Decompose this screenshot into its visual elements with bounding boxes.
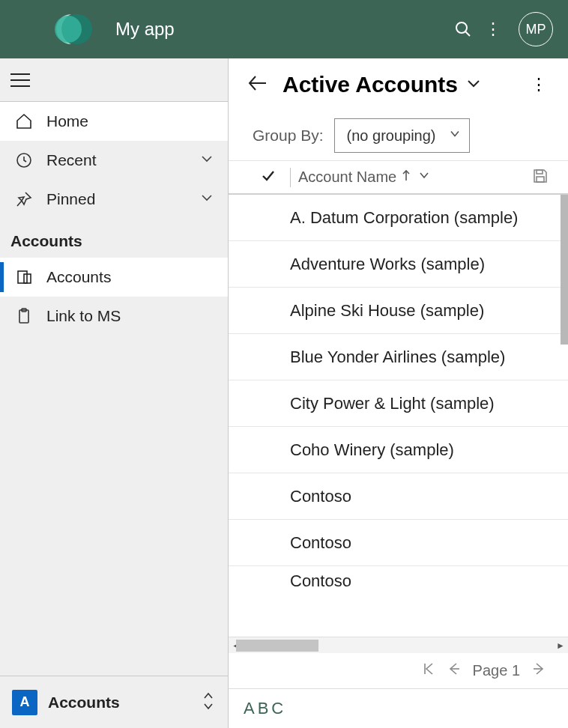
pager-next-button[interactable] [526, 661, 552, 680]
list-item[interactable]: Contoso [229, 520, 568, 566]
list-item[interactable]: Adventure Works (sample) [229, 241, 568, 288]
groupby-row: Group By: (no grouping) [229, 111, 568, 160]
scroll-right-icon[interactable]: ► [553, 637, 568, 654]
sidebar-item-label: Pinned [46, 190, 95, 208]
sidebar-item-label: Accounts [46, 268, 111, 286]
save-view-icon[interactable] [532, 168, 549, 187]
user-avatar[interactable]: MP [519, 12, 553, 46]
vertical-scrollbar[interactable] [561, 195, 568, 345]
list-item[interactable]: Alpine Ski House (sample) [229, 288, 568, 334]
area-label: Accounts [48, 694, 201, 712]
view-title[interactable]: Active Accounts [283, 72, 458, 97]
pager-page-label: Page 1 [473, 662, 520, 679]
groupby-select[interactable]: (no grouping) [334, 118, 470, 153]
pin-icon [13, 189, 34, 210]
sidebar: Home Recent Pinned Accou [0, 58, 229, 728]
sort-asc-icon [401, 169, 411, 186]
back-button[interactable] [247, 73, 274, 97]
updown-icon [201, 691, 216, 715]
groupby-value: (no grouping) [347, 127, 436, 145]
sidebar-item-accounts[interactable]: Accounts [0, 258, 228, 297]
column-header-account-name[interactable]: Account Name [298, 169, 431, 186]
pager-prev-button[interactable] [441, 661, 467, 680]
list-item[interactable]: Blue Yonder Airlines (sample) [229, 334, 568, 380]
list-item[interactable]: Contoso [229, 566, 568, 596]
sidebar-item-label: Home [46, 112, 88, 130]
account-list: A. Datum Corporation (sample) Adventure … [229, 195, 568, 637]
svg-rect-8 [18, 271, 27, 283]
clock-icon [13, 150, 34, 171]
hamburger-button[interactable] [0, 58, 228, 102]
chevron-down-icon [448, 127, 462, 145]
view-header: Active Accounts ⋮ [229, 58, 568, 111]
list-item[interactable]: Contoso [229, 473, 568, 520]
scrollbar-thumb[interactable] [236, 640, 318, 652]
chevron-down-icon [199, 151, 214, 170]
column-header-row: Account Name [229, 160, 568, 195]
sidebar-item-label: Link to MS [46, 307, 121, 325]
horizontal-scrollbar[interactable]: ◄ ► [229, 637, 568, 653]
chevron-down-icon [417, 169, 431, 186]
alpha-filter-bar: ABC [229, 689, 568, 728]
svg-line-3 [465, 31, 470, 36]
search-button[interactable] [448, 14, 478, 44]
list-item[interactable]: Coho Winery (sample) [229, 427, 568, 473]
chevron-down-icon [199, 190, 214, 209]
app-logo-icon [51, 8, 93, 50]
area-tile: A [12, 690, 37, 715]
column-header-label: Account Name [298, 169, 396, 186]
alpha-filter[interactable]: ABC [244, 699, 286, 718]
accounts-icon [13, 267, 34, 288]
list-item[interactable]: City Power & Light (sample) [229, 380, 568, 427]
view-selector-chevron-icon[interactable] [465, 75, 482, 94]
svg-rect-13 [537, 170, 543, 174]
sidebar-group-label: Accounts [0, 219, 228, 258]
header-more-button[interactable]: ⋮ [478, 14, 508, 44]
view-more-button[interactable]: ⋮ [528, 75, 550, 94]
area-switcher[interactable]: A Accounts [0, 676, 228, 728]
app-title: My app [115, 19, 448, 40]
sidebar-item-link-to-ms[interactable]: Link to MS [0, 297, 228, 336]
sidebar-item-recent[interactable]: Recent [0, 141, 228, 180]
sidebar-item-pinned[interactable]: Pinned [0, 180, 228, 219]
select-all-checkbox[interactable] [260, 168, 283, 187]
sidebar-item-label: Recent [46, 151, 97, 169]
svg-rect-14 [537, 177, 544, 182]
svg-point-2 [456, 22, 467, 33]
app-header: My app ⋮ MP [0, 0, 568, 58]
main-content: Active Accounts ⋮ Group By: (no grouping… [229, 58, 568, 728]
pager: Page 1 [229, 653, 568, 689]
list-item[interactable]: A. Datum Corporation (sample) [229, 195, 568, 241]
home-icon [13, 111, 34, 132]
clipboard-icon [13, 306, 34, 327]
pager-first-button[interactable] [416, 661, 441, 680]
groupby-label: Group By: [253, 127, 324, 145]
svg-point-1 [55, 16, 82, 43]
sidebar-item-home[interactable]: Home [0, 102, 228, 141]
